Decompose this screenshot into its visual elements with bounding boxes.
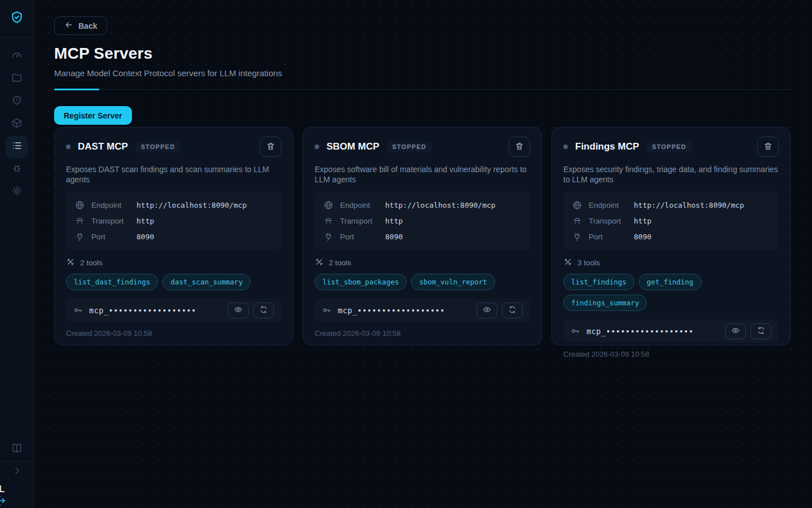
back-button-label: Back: [78, 21, 97, 30]
page-subtitle: Manage Model Context Protocol servers fo…: [54, 68, 792, 78]
card-header: DAST MCP STOPPED: [66, 137, 281, 157]
tool-chip: findings_summary: [563, 295, 647, 311]
port-value: 8090: [136, 233, 154, 241]
port-label: Port: [340, 233, 385, 241]
server-details-panel: Endpoint http://localhost:8090/mcp Trans…: [563, 192, 779, 249]
server-description: Exposes DAST scan findings and scan summ…: [66, 164, 281, 185]
server-description: Exposes security findings, triage data, …: [563, 164, 779, 185]
rotate-key-button[interactable]: [502, 303, 523, 318]
rotate-key-button[interactable]: [253, 303, 274, 318]
trash-icon: [266, 142, 275, 152]
eye-icon: [234, 305, 242, 316]
eye-icon: [731, 326, 740, 336]
arrow-left-icon: [64, 20, 73, 31]
book-icon: [11, 443, 23, 456]
eye-icon: [483, 305, 491, 316]
delete-server-button[interactable]: [509, 137, 530, 157]
detail-row-port: Port 8090: [75, 229, 272, 244]
tool-chip: list_dast_findings: [66, 274, 158, 290]
shield-check-icon: [10, 10, 24, 27]
port-label: Port: [589, 233, 634, 241]
created-timestamp: Created 2026-03-09 10:58: [66, 329, 281, 338]
tool-chip: get_finding: [639, 274, 701, 290]
endpoint-value: http://localhost:8090/mcp: [136, 201, 247, 209]
logout-icon: [0, 498, 8, 508]
server-cards-row: DAST MCP STOPPED Exposes DAST scan findi…: [54, 127, 792, 345]
sidebar-item-docs[interactable]: [6, 438, 28, 461]
endpoint-label: Endpoint: [340, 201, 385, 209]
api-key-panel: mcp_••••••••••••••••••: [66, 299, 281, 322]
header-divider-accent: [54, 89, 99, 90]
transport-label: Transport: [589, 217, 634, 225]
logout-button[interactable]: [0, 495, 8, 508]
tool-chip: dast_scan_summary: [162, 274, 250, 290]
tools-count: 2 tools: [329, 259, 351, 267]
port-label: Port: [91, 233, 136, 241]
reveal-key-button[interactable]: [725, 323, 746, 339]
key-icon: [571, 326, 580, 336]
detail-row-port: Port 8090: [572, 229, 770, 244]
tool-chips: list_dast_findings dast_scan_summary: [66, 274, 281, 290]
back-button[interactable]: Back: [54, 16, 107, 35]
sidebar-expand-button[interactable]: [6, 461, 28, 483]
server-details-panel: Endpoint http://localhost:8090/mcp Trans…: [66, 192, 281, 249]
header-divider: [54, 89, 792, 91]
sidebar-item-vulnerabilities[interactable]: [6, 90, 28, 113]
main-content: Back MCP Servers Manage Model Context Pr…: [34, 0, 812, 508]
globe-icon: [75, 200, 85, 210]
app-logo[interactable]: [0, 0, 33, 38]
sidebar-item-issues[interactable]: [6, 158, 28, 181]
status-badge: STOPPED: [387, 141, 433, 152]
globe-icon: [572, 200, 582, 210]
plug-icon: [572, 232, 582, 242]
sidebar-item-projects[interactable]: [6, 68, 28, 90]
gear-icon: [11, 185, 23, 199]
refresh-icon: [757, 326, 765, 336]
rotate-key-button[interactable]: [751, 323, 771, 339]
key-icon: [322, 305, 332, 315]
tool-chip: list_findings: [563, 274, 634, 290]
sidebar-item-settings[interactable]: [6, 181, 28, 203]
server-name: DAST MCP: [78, 141, 128, 152]
folder-icon: [11, 72, 23, 86]
reveal-key-button[interactable]: [228, 303, 249, 318]
sidebar-item-dashboard[interactable]: [6, 45, 28, 68]
network-icon: [572, 216, 582, 226]
detail-row-transport: Transport http: [324, 213, 521, 229]
tools-count: 2 tools: [80, 259, 103, 267]
created-timestamp: Created 2026-03-09 10:58: [315, 329, 530, 338]
server-name: SBOM MCP: [326, 141, 379, 152]
delete-server-button[interactable]: [260, 137, 281, 157]
detail-row-endpoint: Endpoint http://localhost:8090/mcp: [75, 197, 272, 213]
status-dot: [563, 144, 568, 149]
detail-row-transport: Transport http: [75, 213, 272, 229]
transport-value: http: [385, 217, 403, 225]
network-icon: [324, 216, 333, 226]
sidebar-item-mcp-servers[interactable]: [6, 135, 28, 158]
transport-label: Transport: [340, 217, 385, 225]
shield-alert-icon: [11, 95, 23, 108]
api-key-panel: mcp_••••••••••••••••••: [315, 299, 530, 322]
server-name: Findings MCP: [575, 141, 639, 152]
reveal-key-button[interactable]: [476, 303, 497, 318]
detail-row-endpoint: Endpoint http://localhost:8090/mcp: [572, 197, 770, 213]
trash-icon: [515, 142, 524, 152]
transport-value: http: [136, 217, 154, 225]
register-server-button[interactable]: Register Server: [54, 106, 132, 125]
tools-count-line: 2 tools: [66, 257, 281, 268]
detail-row-port: Port 8090: [324, 229, 521, 244]
tool-chip: sbom_vuln_report: [411, 274, 495, 290]
trash-icon: [764, 142, 773, 152]
delete-server-button[interactable]: [757, 137, 779, 157]
api-key-panel: mcp_••••••••••••••••••: [563, 319, 779, 343]
key-icon: [73, 305, 83, 315]
sidebar-item-packages[interactable]: [6, 113, 28, 135]
sidebar-nav: [0, 38, 33, 203]
refresh-icon: [259, 305, 268, 316]
endpoint-label: Endpoint: [91, 201, 136, 209]
transport-label: Transport: [91, 217, 136, 225]
card-header: SBOM MCP STOPPED: [315, 137, 530, 157]
bug-icon: [11, 163, 23, 176]
gauge-icon: [11, 50, 23, 63]
tool-chips: list_findings get_finding findings_summa…: [563, 274, 779, 311]
